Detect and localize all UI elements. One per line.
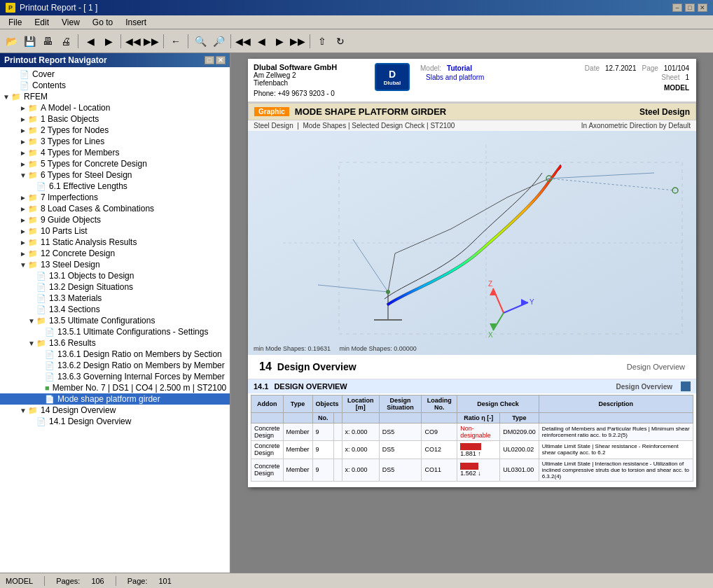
toolbar-page-first[interactable]: ◀◀ [235,33,251,50]
td-loc: x: 0.000 [342,441,379,459]
nav-item-rfem[interactable]: ▼ 📁 RFEM [0,91,230,102]
nav-item-steel[interactable]: ▼ 📁 6 Types for Steel Design [0,169,230,181]
nav-label-lines: 3 Types for Lines [41,136,227,146]
td-load: CO11 [422,458,457,481]
nav-item-13-6[interactable]: ▼ 📁 13.6 Results [0,337,230,349]
design-overview-section: 14 Design Overview Design Overview [248,355,696,379]
doc-icon: 📄 [36,283,46,292]
toolbar-page-next[interactable]: ▶ [271,33,288,50]
minimize-button[interactable]: – [672,4,682,12]
folder-icon: 📁 [28,216,38,225]
nav-item-eff-lengths[interactable]: 📄 6.1 Effective Lengths [0,181,230,192]
toolbar-first[interactable]: ◀◀ [125,33,141,50]
toolbar-back[interactable]: ← [167,33,184,50]
nav-close-btn[interactable]: ✕ [216,56,226,64]
td-empty [333,441,342,459]
toolbar-zoom-out[interactable]: 🔎 [210,33,227,50]
app-icon: P [6,3,15,13]
menu-edit[interactable]: Edit [29,16,55,29]
nav-label-basic: 1 Basic Objects [41,114,227,124]
folder-icon: 📁 [28,115,38,124]
toolbar-print2[interactable]: 🖨 [57,33,74,50]
nav-item-13-5[interactable]: ▼ 📁 13.5 Ultimate Configurations [0,315,230,326]
model-value: Tutorial [447,64,472,72]
section-num: 14 [259,360,272,373]
nav-label-rfem: RFEM [24,92,227,102]
nav-item-imperf[interactable]: ► 📁 7 Imperfections [0,192,230,203]
td-ratio: 1.562 ↓ [457,458,500,481]
toolbar-export[interactable]: ⇧ [314,33,331,50]
toolbar-save[interactable]: 💾 [21,33,38,50]
nav-item-member-7[interactable]: ■ Member No. 7 | DS1 | CO4 | 2.500 m | S… [0,382,230,393]
toolbar-prev[interactable]: ◀ [82,33,99,50]
subsection-right: Design Overview [616,383,672,391]
nav-item-13-6-1[interactable]: 📄 13.6.1 Design Ratio on Members by Sect… [0,349,230,360]
nav-arrow: ► [20,227,28,235]
toolbar-page-last[interactable]: ▶▶ [289,33,306,50]
nav-label-load: 8 Load Cases & Combinations [41,204,227,214]
nav-item-14[interactable]: ▼ 📁 14 Design Overview [0,405,230,416]
nav-item-a-model[interactable]: ► 📁 A Model - Location [0,102,230,113]
nav-arrow: ► [20,205,28,213]
toolbar-sep-6 [310,34,310,48]
menu-view[interactable]: View [56,16,85,29]
th-loading: Loading No. [422,396,457,413]
nav-item-13-6-2[interactable]: 📄 13.6.2 Design Ratio on Members by Memb… [0,360,230,371]
company-logo: D Dlubal [375,63,410,91]
nav-item-concrete[interactable]: ► 📁 5 Types for Concrete Design [0,158,230,169]
td-ratio: Non- designable [457,424,500,441]
maximize-button[interactable]: □ [685,4,695,12]
nav-arrow: ► [20,127,28,134]
nav-item-13-1[interactable]: 📄 13.1 Objects to Design [0,270,230,281]
nav-item-13-2[interactable]: 📄 13.2 Design Situations [0,281,230,293]
nav-item-basic[interactable]: ► 📁 1 Basic Objects [0,113,230,125]
nav-item-13-5-1[interactable]: 📄 13.5.1 Ultimate Configurations - Setti… [0,326,230,337]
menu-bar: File Edit View Go to Insert [0,15,713,29]
design-label: Steel Design [639,107,690,117]
nav-item-13-4[interactable]: 📄 13.4 Sections [0,304,230,315]
nav-arrow: ▼ [28,340,36,347]
toolbar-zoom-in[interactable]: 🔍 [192,33,209,50]
toolbar-open[interactable]: 📂 [3,33,20,50]
td-ds: DS5 [379,424,422,441]
toolbar-last[interactable]: ▶▶ [143,33,160,50]
nav-item-12-concrete[interactable]: ► 📁 12 Concrete Design [0,248,230,259]
th2-desc [539,413,693,424]
nav-restore-btn[interactable]: □ [205,56,214,64]
navigator-tree[interactable]: 📄 Cover 📄 Contents ▼ 📁 RFEM ► 📁 A Model … [0,67,230,573]
th-type: Type [283,396,312,413]
nav-item-13-6-3[interactable]: 📄 13.6.3 Governing Internal Forces by Me… [0,371,230,382]
menu-file[interactable]: File [3,16,27,29]
content-scroll[interactable]: Dlubal Software GmbH Am Zellweg 2 Tiefen… [231,53,713,573]
nav-item-mode-shape[interactable]: 📄 Mode shape platform girder [0,393,230,405]
toolbar-next[interactable]: ▶ [100,33,117,50]
nav-item-13-steel[interactable]: ▼ 📁 13 Steel Design [0,259,230,270]
model-label: Model: [420,64,441,72]
report-header: Dlubal Software GmbH Am Zellweg 2 Tiefen… [248,59,696,103]
nav-item-guide[interactable]: ► 📁 9 Guide Objects [0,214,230,225]
nav-item-nodes[interactable]: ► 📁 2 Types for Nodes [0,125,230,136]
mode-shape-label: min Mode Shapes: 0.19631 min Mode Shapes… [254,345,417,352]
folder-icon: 📁 [11,92,21,102]
nav-item-parts[interactable]: ► 📁 10 Parts List [0,225,230,237]
toolbar-page-prev[interactable]: ◀ [253,33,270,50]
folder-icon: 📁 [28,204,38,214]
nav-item-13-3[interactable]: 📄 13.3 Materials [0,293,230,304]
nav-item-members[interactable]: ► 📁 4 Types for Members [0,147,230,158]
menu-insert[interactable]: Insert [120,16,152,29]
status-pages-value: 106 [91,577,104,585]
doc-icon: 📄 [20,81,29,90]
menu-goto[interactable]: Go to [87,16,118,29]
close-button[interactable]: ✕ [698,4,707,12]
toolbar-refresh[interactable]: ↻ [332,33,349,50]
toolbar-print[interactable]: 🖶 [39,33,56,50]
nav-item-contents[interactable]: 📄 Contents [0,80,230,91]
nav-item-static[interactable]: ► 📁 11 Static Analysis Results [0,237,230,248]
td-desc: Detailing of Members and Particular Rule… [539,424,693,441]
nav-item-load[interactable]: ► 📁 8 Load Cases & Combinations [0,203,230,214]
nav-item-cover[interactable]: 📄 Cover [0,69,230,80]
nav-item-lines[interactable]: ► 📁 3 Types for Lines [0,136,230,147]
nav-item-14-1[interactable]: 📄 14.1 Design Overview [0,416,230,427]
td-empty [333,458,342,481]
td-ds: DS5 [379,441,422,459]
